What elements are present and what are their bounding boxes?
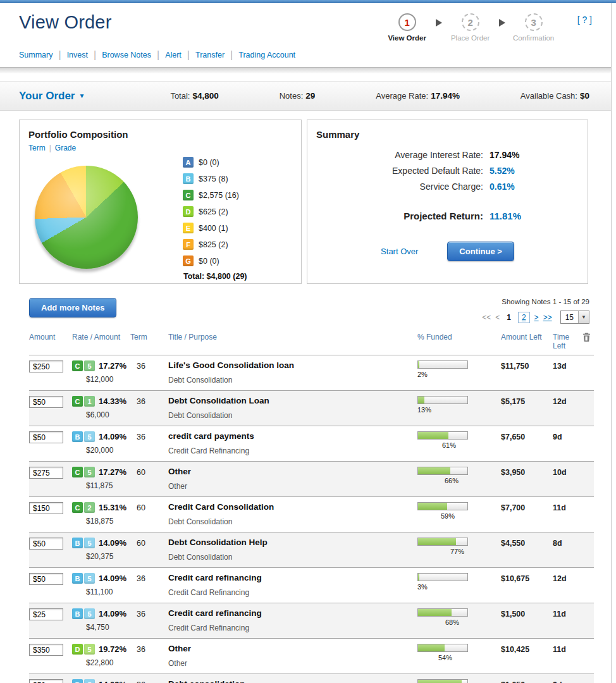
note-row: B514.09%$10,00036Debt consolidationDebt … bbox=[29, 674, 594, 683]
loan-term: 36 bbox=[130, 679, 168, 683]
note-amount-input[interactable] bbox=[29, 538, 63, 550]
column-header-left[interactable]: Amount Left bbox=[490, 333, 544, 350]
loan-title[interactable]: Life's Good Consolidation loan bbox=[168, 360, 401, 370]
nav-link[interactable]: Alert bbox=[165, 51, 182, 59]
note-amount-input[interactable] bbox=[29, 608, 63, 620]
continue-button[interactable]: Continue > bbox=[447, 242, 514, 261]
funded-percent: 66% bbox=[445, 477, 490, 484]
projected-return-label: Projected Return: bbox=[307, 211, 483, 221]
note-amount-input[interactable] bbox=[29, 360, 63, 372]
note-amount-input[interactable] bbox=[29, 467, 63, 479]
funded-percent: 3% bbox=[417, 583, 490, 591]
nav-link[interactable]: Invest bbox=[67, 51, 88, 59]
legend-value: $0 (0) bbox=[199, 158, 219, 167]
order-stat: Average Rate:17.94% bbox=[376, 91, 460, 101]
grade-badge: C bbox=[72, 360, 83, 371]
step-view-order: 1View Order bbox=[380, 13, 434, 42]
loan-amount: $18,875 bbox=[86, 517, 130, 526]
loan-title[interactable]: Credit Card Consolidation bbox=[168, 502, 401, 512]
notes-table: AmountRate / AmountTermTitle / Purpose% … bbox=[0, 333, 611, 683]
column-header-funded[interactable]: % Funded bbox=[401, 333, 490, 350]
note-amount-input[interactable] bbox=[29, 679, 63, 683]
funded-percent: 2% bbox=[417, 371, 490, 378]
summary-title: Summary bbox=[307, 120, 588, 140]
portfolio-tabs: Term|Grade bbox=[20, 140, 301, 152]
funded-progress-bar bbox=[417, 644, 468, 652]
add-more-notes-button[interactable]: Add more Notes bbox=[29, 298, 116, 317]
nav-item-summary: Summary bbox=[19, 49, 67, 61]
summary-row-label: Service Charge: bbox=[307, 182, 483, 192]
pager-page-link[interactable]: 2 bbox=[522, 313, 526, 322]
loan-term: 36 bbox=[130, 644, 168, 668]
row-spacer bbox=[573, 396, 592, 420]
projected-return-row: Projected Return: 11.81% bbox=[307, 211, 588, 221]
grade-badge: C bbox=[72, 502, 83, 513]
loan-title[interactable]: Other bbox=[168, 467, 401, 476]
start-over-link[interactable]: Start Over bbox=[381, 247, 418, 256]
nav-link[interactable]: Trading Account bbox=[238, 51, 295, 59]
order-stat: Available Cash:$0 bbox=[521, 91, 589, 101]
note-amount-input[interactable] bbox=[29, 502, 63, 514]
note-amount-input[interactable] bbox=[29, 573, 63, 585]
legend-row-b: B$375 (8) bbox=[183, 173, 247, 184]
loan-purpose: Debt Consolidation bbox=[168, 376, 401, 385]
delete-column-icon[interactable] bbox=[573, 333, 592, 350]
note-amount-input[interactable] bbox=[29, 644, 63, 656]
pager-page-current: 1 bbox=[504, 312, 514, 323]
your-order-dropdown[interactable]: Your Order ▼ bbox=[19, 90, 85, 102]
funded-percent: 61% bbox=[442, 441, 490, 449]
nav-item-invest: Invest bbox=[67, 49, 102, 61]
rate-line: B514.09% bbox=[72, 431, 130, 442]
grade-e-swatch-icon: E bbox=[183, 223, 194, 233]
order-stat-value: 17.94% bbox=[431, 91, 460, 101]
order-stat-value: $0 bbox=[580, 91, 589, 101]
order-stat-label: Total: bbox=[170, 91, 190, 101]
step-number: 1 bbox=[398, 13, 416, 31]
pager-next[interactable]: > bbox=[534, 313, 539, 322]
portfolio-tab-term[interactable]: Term bbox=[28, 144, 46, 152]
header-divider bbox=[0, 67, 611, 73]
loan-title[interactable]: Debt consolidation bbox=[168, 679, 401, 683]
funded-progress-fill bbox=[418, 680, 462, 683]
page-size-select[interactable]: 15▼ bbox=[560, 311, 589, 324]
legend-total: Total: $4,800 (29) bbox=[183, 272, 247, 281]
rate-line: B514.09% bbox=[72, 573, 130, 584]
note-row: C215.31%$18,87560Credit Card Consolidati… bbox=[29, 496, 594, 532]
column-header-title[interactable]: Title / Purpose bbox=[168, 333, 401, 350]
note-amount-input[interactable] bbox=[29, 431, 63, 443]
pager-first[interactable]: << bbox=[482, 313, 491, 322]
loan-title[interactable]: Debt Consolidation Help bbox=[168, 538, 401, 547]
pager-prev[interactable]: < bbox=[495, 313, 500, 322]
loan-amount: $20,375 bbox=[86, 552, 130, 561]
nav-item-alert: Alert bbox=[165, 49, 195, 61]
column-header-time[interactable]: Time Left bbox=[544, 333, 573, 350]
page-size-value: 15 bbox=[561, 313, 578, 322]
legend-value: $0 (0) bbox=[199, 257, 219, 266]
loan-term: 36 bbox=[130, 431, 168, 455]
funded-cell: 59% bbox=[401, 502, 490, 526]
pager-page[interactable]: 2 bbox=[518, 312, 530, 323]
amount-cell bbox=[29, 573, 72, 597]
pager-last[interactable]: >> bbox=[543, 313, 552, 322]
help-link[interactable]: [ ? ] bbox=[577, 15, 592, 25]
nav-link[interactable]: Transfer bbox=[195, 51, 225, 59]
showing-notes-text: Showing Notes 1 - 15 of 29 bbox=[482, 298, 589, 305]
nav-link[interactable]: Summary bbox=[19, 51, 52, 59]
portfolio-tab-grade[interactable]: Grade bbox=[55, 144, 76, 152]
loan-title[interactable]: Other bbox=[168, 644, 401, 653]
loan-amount: $4,750 bbox=[86, 623, 130, 632]
loan-title[interactable]: credit card payments bbox=[168, 431, 401, 441]
nav-link[interactable]: Browse Notes bbox=[102, 51, 151, 59]
title-cell: Debt Consolidation HelpDebt Consolidatio… bbox=[168, 538, 401, 562]
column-header-amount[interactable]: Amount bbox=[29, 333, 72, 350]
note-amount-input[interactable] bbox=[29, 396, 63, 408]
rate-line: B514.09% bbox=[72, 679, 130, 683]
loan-title[interactable]: Debt Consolidation Loan bbox=[168, 396, 401, 405]
amount-left: $4,550 bbox=[490, 538, 544, 562]
loan-title[interactable]: Credit card refinancing bbox=[168, 573, 401, 582]
loan-title[interactable]: Credit card refinancing bbox=[168, 608, 401, 618]
projected-return-value: 11.81% bbox=[490, 211, 521, 221]
column-header-term[interactable]: Term bbox=[130, 333, 168, 350]
row-spacer bbox=[573, 538, 592, 562]
column-header-rate[interactable]: Rate / Amount bbox=[72, 333, 130, 350]
